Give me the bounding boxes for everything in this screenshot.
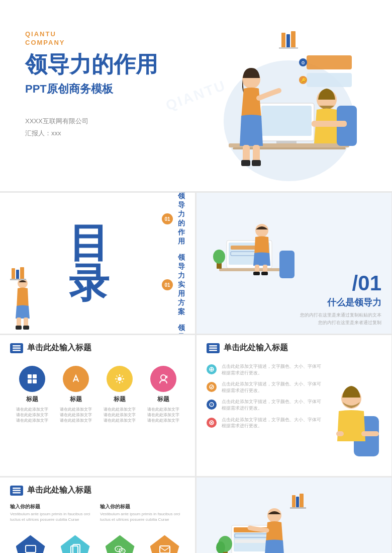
svg-rect-27 [312,121,347,127]
penta-item-3: 输入你的标题 Vestibulum ante ipsum primis in f… [103,535,138,553]
penta-item-2: 输入你的标题 Vestibulum ante ipsum primis in f… [58,535,93,553]
icon-label-4: 标题 [157,395,169,404]
svg-rect-54 [33,374,37,378]
slide-3-section01: /01 什么是领导力 您的内打在这里是来通过复制粘贴的文本 您的内打在这里是来者… [197,193,391,334]
penta-shape-2 [61,535,90,553]
slide4-header: 单击此处输入标题 [10,343,185,353]
slide5-content: 点击此处添加文字描述，文字颜色、大小、字体可根据需求进行更改。 点击此处添加文字… [207,361,381,463]
svg-rect-21 [252,160,261,166]
icon-circle-3 [107,366,133,392]
svg-line-65 [116,381,117,382]
svg-rect-4 [279,47,298,49]
toc-books [9,266,34,283]
icon-circle-2 [63,366,89,392]
hero-subtitle: PPT原创商务模板 [25,82,176,97]
svg-rect-111 [300,494,304,508]
row-1: 目录 01 什么是领导力 01 领导力的作用 01 领导力实用方案 01 领导力… [0,193,392,334]
list-item-row-3: ! 点击此处添加文字描述，文字颜色、大小、字体可根据需求进行更改。 [207,399,322,411]
svg-point-97 [121,550,122,551]
slide-5-list: 单击此处输入标题 点击此处添加文字描述，文字颜色、大小、字体可根据需求进行更改。 [197,335,391,476]
svg-point-108 [216,541,225,553]
icon-desc-1: 请在此处添加文字请在此处添加文字请在此处添加文字 [15,407,50,424]
slide6-box1-desc: Vestibulum ante ipsum primis in faucibus… [10,511,95,522]
svg-rect-2 [286,34,290,48]
hero-reporter: 汇报人：xxx [25,129,176,138]
slide6-header-title: 单击此处输入标题 [27,485,91,496]
icon-desc-3: 请在此处添加文字请在此处添加文字请在此处添加文字 [102,407,137,424]
slide5-header: 单击此处输入标题 [207,343,381,353]
section02-figure [207,485,317,553]
list-item-row-2: 点击此处添加文字描述，文字颜色、大小、字体可根据需求进行更改。 [207,381,322,393]
slide6-box-1: 输入你的标题 Vestibulum ante ipsum primis in f… [10,503,95,522]
svg-point-113 [267,508,281,522]
toc-item-3: 01 领导力实用方案 [162,253,185,317]
svg-rect-3 [291,31,296,48]
slide-1-left: QIANTU COMPANY 领导力的作用 PPT原创商务模板 XXXX互联网有… [25,20,176,138]
slide6-box1-title: 输入你的标题 [10,503,95,510]
list-text-1: 点击此处添加文字描述，文字颜色、大小、字体可根据需求进行更改。 [222,363,322,376]
row-3: 单击此处输入标题 输入你的标题 Vestibulum ante ipsum pr… [0,478,392,553]
slide5-header-icon [207,343,220,353]
svg-rect-12 [307,73,352,87]
list-item-row-1: 点击此处添加文字描述，文字颜色、大小、字体可根据需求进行更改。 [207,363,322,376]
svg-rect-85 [13,488,21,489]
svg-line-62 [116,376,117,377]
svg-point-45 [255,224,268,237]
list-text-2: 点击此处添加文字描述，文字颜色、大小、字体可根据需求进行更改。 [222,381,322,393]
toc-big-title: 目录 [69,223,148,303]
slide-1: QIANTU COMPANY 领导力的作用 PPT原创商务模板 XXXX互联网有… [0,0,392,191]
svg-point-96 [119,548,120,549]
slide-1-illustration: ⚙ 🔑 [176,20,367,191]
slide-6-diagram: 单击此处输入标题 输入你的标题 Vestibulum ante ipsum pr… [0,478,195,553]
list-bullet-2 [207,382,217,392]
svg-rect-11 [307,55,352,69]
svg-point-98 [122,550,123,551]
penta-item-1: 输入你的标题 Vestibulum ante ipsum primis in f… [13,535,48,553]
slide6-header: 单击此处输入标题 [10,485,185,496]
svg-rect-32 [23,326,29,330]
svg-rect-36 [10,279,26,280]
svg-line-64 [122,376,123,377]
svg-rect-103 [235,534,271,537]
hero-company: XXXX互联网有限公司 [25,117,176,126]
section01-desc: 您的内打在这里是来通过复制粘贴的文本 您的内打在这里是来者通过复制 [300,311,381,326]
slide6-text-boxes: 输入你的标题 Vestibulum ante ipsum primis in f… [10,503,185,522]
toc-text-4: 领导力与工作关系 [178,324,185,334]
icon-circle-1 [19,366,45,392]
svg-rect-6 [261,106,312,136]
svg-text:!: ! [211,403,212,407]
slide6-box-2: 输入你的标题 Vestibulum ante ipsum primis in f… [100,503,185,522]
hero-title: 领导力的作用 [25,52,176,76]
slide4-header-icon [10,343,23,353]
svg-rect-88 [26,545,36,552]
slide5-header-title: 单击此处输入标题 [224,343,288,353]
svg-rect-56 [33,379,37,383]
toc-num-3: 01 [162,279,173,290]
svg-rect-99 [160,546,170,553]
slide6-pentagons: 输入你的标题 Vestibulum ante ipsum primis in f… [10,535,185,553]
section01-title: 什么是领导力 [300,296,381,308]
toc-num-2: 01 [162,213,173,224]
brand-company: COMPANY [25,39,176,46]
svg-point-66 [161,375,166,380]
svg-rect-84 [336,431,344,436]
svg-rect-53 [28,374,32,378]
slide5-list: 点击此处添加文字描述，文字颜色、大小、字体可根据需求进行更改。 点击此处添加文字… [207,363,322,463]
svg-rect-110 [296,497,299,507]
slide4-header-title: 单击此处输入标题 [27,343,91,353]
svg-rect-55 [28,379,32,383]
svg-rect-41 [219,268,284,271]
svg-rect-109 [292,495,296,507]
slide-4-icons: 单击此处输入标题 标题 请在此处添加文字请在此处添加文字请在此处添加文字 标题 … [0,335,195,476]
penta-shape-3 [106,535,135,553]
svg-rect-52 [13,350,21,351]
list-text-3: 点击此处添加文字描述，文字颜色、大小、字体可根据需求进行更改。 [222,399,322,411]
slide-7-section02: /02 领导力的作用 您的内打在这里是来通过复制粘贴的文本并无生 您的内打在这里… [197,478,391,553]
svg-text:🔑: 🔑 [301,77,307,84]
penta-shape-1 [16,535,45,553]
icon-circle-4 [150,366,176,392]
toc-right: 01 什么是领导力 01 领导力的作用 01 领导力实用方案 01 领导力与工作… [152,193,185,334]
toc-text-3: 领导力实用方案 [178,253,185,317]
toc-item-2: 01 领导力的作用 [162,193,185,246]
icon-label-1: 标题 [26,395,38,404]
